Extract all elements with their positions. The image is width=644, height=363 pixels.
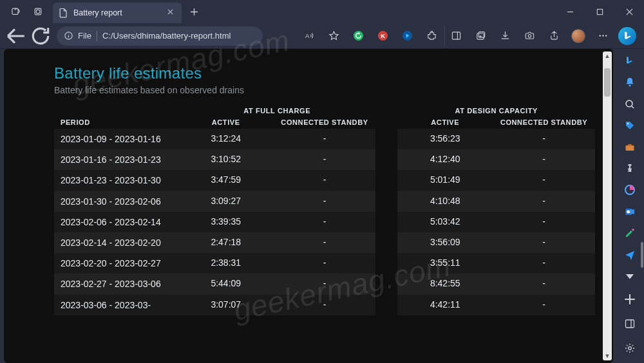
cell-design-active: 4:12:40 (397, 149, 493, 170)
svg-point-17 (629, 85, 631, 87)
svg-rect-2 (597, 9, 602, 14)
sidebar-tag-icon[interactable] (620, 117, 639, 133)
col-period: PERIOD (54, 116, 178, 129)
table-row: 2023-02-14 - 2023-02-202:47:18-3:56:09- (54, 232, 595, 253)
sidebar-magnify-icon[interactable] (620, 96, 639, 112)
sidebar-toggle-icon[interactable] (444, 25, 468, 47)
cell-full-standby: - (274, 274, 376, 294)
cell-full-active: 5:44:09 (178, 274, 274, 294)
collections-icon[interactable] (469, 25, 492, 47)
scrollbar-thumb[interactable] (604, 68, 611, 97)
more-menu-button[interactable] (591, 25, 614, 47)
sidebar-add-button[interactable] (620, 290, 639, 309)
svg-point-13 (528, 35, 531, 37)
svg-rect-1 (36, 10, 39, 13)
page-scrollbar[interactable]: ▲ ▼ (603, 51, 612, 360)
cell-full-active: 3:39:35 (178, 212, 274, 232)
close-window-button[interactable] (614, 0, 644, 23)
col-group-full: AT FULL CHARGE (178, 104, 375, 116)
cell-design-active: 4:10:48 (397, 191, 493, 212)
cell-period: 2023-01-30 - 2023-02-06 (54, 191, 178, 212)
cell-design-standby: - (493, 253, 595, 274)
cell-full-standby: - (274, 212, 376, 232)
edge-sidebar (616, 49, 644, 363)
bing-chat-button[interactable] (616, 25, 639, 47)
cell-design-standby: - (493, 274, 595, 294)
col-design-active: ACTIVE (397, 116, 493, 129)
url-input[interactable]: File C:/Users/dhima/battery-report.html (57, 26, 263, 46)
cell-design-standby: - (493, 232, 595, 253)
cell-design-standby: - (493, 129, 595, 149)
workspaces-icon[interactable] (5, 0, 27, 23)
file-icon (58, 8, 68, 18)
svg-point-19 (627, 123, 629, 124)
cell-period: 2023-01-16 - 2023-01-23 (54, 149, 178, 170)
sidebar-panel-icon[interactable] (620, 314, 639, 333)
favorite-icon[interactable] (322, 25, 345, 47)
sidebar-bell-icon[interactable] (620, 74, 639, 90)
tab-close-button[interactable] (164, 8, 176, 17)
cell-full-standby: - (274, 191, 376, 212)
sidebar-settings-icon[interactable] (620, 339, 639, 358)
downloads-icon[interactable] (493, 25, 516, 47)
sidebar-collapse-icon[interactable] (620, 268, 639, 284)
sidebar-briefcase-icon[interactable] (620, 139, 639, 155)
minimize-button[interactable] (555, 0, 585, 23)
table-row: 2023-03-06 - 2023-03-3:07:07-4:42:11- (54, 295, 595, 315)
new-tab-button[interactable] (184, 2, 204, 21)
cell-full-active: 3:09:27 (178, 191, 274, 212)
cell-full-standby: - (274, 129, 376, 149)
section-heading: Battery life estimates (54, 64, 595, 82)
read-aloud-icon[interactable]: A (298, 25, 321, 47)
back-button[interactable] (5, 25, 27, 47)
sidebar-search-icon[interactable] (620, 53, 639, 69)
cell-design-active: 3:55:11 (397, 253, 493, 274)
col-design-standby: CONNECTED STANDBY (493, 116, 595, 129)
refresh-button[interactable] (30, 25, 52, 47)
section-subtitle: Battery life estimates based on observed… (54, 85, 595, 95)
url-path: C:/Users/dhima/battery-report.html (102, 31, 231, 41)
cell-period: 2023-01-09 - 2023-01-16 (54, 129, 178, 149)
share-icon[interactable] (542, 25, 565, 47)
svg-point-27 (629, 347, 632, 350)
table-row: 2023-01-30 - 2023-02-063:09:27-4:10:48- (54, 191, 595, 212)
svg-point-14 (599, 35, 600, 36)
svg-rect-20 (626, 145, 634, 151)
cell-design-standby: - (493, 191, 595, 212)
extension-k-icon[interactable]: K (371, 25, 394, 47)
sidebar-send-icon[interactable] (620, 247, 639, 263)
table-row: 2023-01-23 - 2023-01-303:47:59-5:01:49- (54, 170, 595, 191)
cell-design-active: 5:01:49 (397, 170, 493, 191)
table-row: 2023-02-06 - 2023-02-143:39:35-5:03:42- (54, 212, 595, 232)
sidebar-office-icon[interactable] (620, 182, 639, 198)
window-titlebar: Battery report (0, 0, 644, 23)
cell-design-standby: - (493, 149, 595, 170)
cell-full-active: 3:12:24 (178, 129, 274, 149)
tab-actions-icon[interactable] (27, 0, 49, 23)
cell-period: 2023-02-14 - 2023-02-20 (54, 232, 178, 253)
screenshot-icon[interactable] (518, 25, 541, 47)
sidebar-scroll-thumb[interactable] (641, 242, 643, 268)
svg-text:A: A (305, 32, 309, 39)
browser-tab[interactable]: Battery report (53, 3, 182, 23)
maximize-button[interactable] (585, 0, 614, 23)
extensions-icon[interactable] (420, 25, 443, 47)
svg-point-16 (605, 35, 606, 36)
col-group-design: AT DESIGN CAPACITY (397, 104, 595, 116)
cell-full-active: 2:38:31 (178, 253, 274, 274)
sidebar-edit-icon[interactable] (620, 225, 639, 241)
grammarly-icon[interactable] (346, 25, 370, 47)
svg-text:K: K (381, 32, 385, 39)
cell-full-active: 2:47:18 (178, 232, 274, 253)
media-play-icon[interactable] (395, 25, 419, 47)
cell-full-standby: - (274, 149, 376, 170)
svg-point-25 (627, 210, 630, 213)
svg-point-5 (353, 31, 363, 41)
sidebar-chess-icon[interactable] (620, 160, 639, 176)
profile-avatar[interactable] (567, 25, 590, 47)
cell-full-active: 3:07:07 (178, 295, 274, 315)
svg-point-15 (602, 35, 603, 36)
page-viewport: Battery life estimates Battery life esti… (4, 49, 613, 363)
sidebar-outlook-icon[interactable] (620, 203, 639, 219)
cell-full-standby: - (274, 253, 376, 274)
